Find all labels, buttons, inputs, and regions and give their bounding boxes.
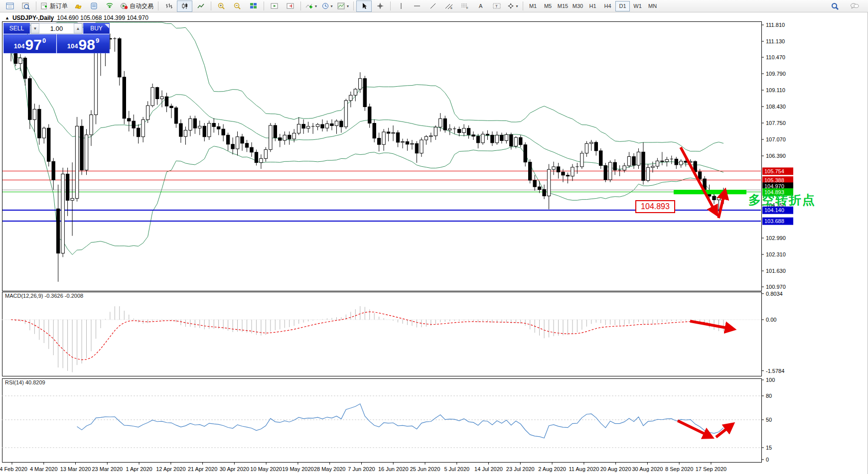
timeframe-button-M1[interactable]: M1 <box>526 1 540 11</box>
x-axis-label: 16 Jun 2020 <box>378 466 409 472</box>
timeframe-button-M5[interactable]: M5 <box>541 1 555 11</box>
timeframe-button-H1[interactable]: H1 <box>585 1 600 11</box>
y-axis-label: 108.430 <box>766 104 786 110</box>
x-axis-label: 28 May 2020 <box>314 466 346 472</box>
chart-profiles-icon[interactable] <box>18 0 33 12</box>
y-axis-label: 101.630 <box>766 268 786 274</box>
autotrading-label: 自动交易 <box>130 2 153 10</box>
y-axis-label: 102.990 <box>766 235 786 241</box>
sell-price-tile[interactable]: 104970 <box>3 34 56 53</box>
timeframe-button-D1[interactable]: D1 <box>615 1 630 11</box>
x-axis-label: 17 Sep 2020 <box>696 466 726 472</box>
new-chart-icon[interactable] <box>2 0 17 12</box>
main-pane <box>2 22 761 282</box>
volume-increase-button[interactable]: ▲ <box>74 23 82 33</box>
x-axis-label: 20 Aug 2020 <box>600 466 631 472</box>
vertical-line-icon[interactable] <box>393 0 409 12</box>
pane-border <box>2 292 761 376</box>
periods-icon[interactable]: ▾ <box>319 0 335 12</box>
x-axis-label: 23 Mar 2020 <box>92 466 123 472</box>
price-badge-label: 105.754 <box>764 168 784 174</box>
x-axis-label: 13 Mar 2020 <box>60 466 91 472</box>
candles <box>9 33 725 281</box>
x-axis-label: 21 Apr 2020 <box>188 466 217 472</box>
timeframe-button-W1[interactable]: W1 <box>630 1 645 11</box>
svg-text:E: E <box>450 6 452 9</box>
candlestick-chart-icon[interactable] <box>177 0 192 12</box>
tile-windows-icon[interactable] <box>246 0 261 12</box>
turning-point-annotation: 多空转折点 <box>748 192 816 208</box>
zoom-in-icon[interactable] <box>214 0 229 12</box>
gold-icon[interactable] <box>70 0 86 12</box>
text-label-icon[interactable]: T <box>489 0 504 12</box>
rsi-axis-label: 15 <box>766 445 772 451</box>
horizontal-line-icon[interactable] <box>409 0 425 12</box>
y-axis-label: 111.130 <box>766 38 785 44</box>
price-annotation-label: 104.893 <box>635 200 675 213</box>
y-axis-label: 107.750 <box>766 120 786 126</box>
x-axis-label: 23 Jul 2020 <box>506 466 535 472</box>
trendline-icon[interactable] <box>425 0 440 12</box>
ohlc-values: 104.690 105.068 104.399 104.970 <box>57 14 148 21</box>
timeframe-button-H4[interactable]: H4 <box>600 1 615 11</box>
mt4-window: { "toolbar": { "new_order_label": "新订单",… <box>0 0 868 474</box>
autotrading-button[interactable]: 自动交易 <box>118 0 155 12</box>
timeframe-button-M30[interactable]: M30 <box>571 1 585 11</box>
volume-decrease-button[interactable]: ▼ <box>31 23 39 33</box>
macd-signal-line <box>11 312 723 359</box>
sell-price-sup: 0 <box>42 37 46 44</box>
buy-price-tile[interactable]: 104989 <box>57 34 110 53</box>
price-badge-label: 103.688 <box>764 218 784 224</box>
bar-chart-icon[interactable] <box>161 0 176 12</box>
chart-window: 111.810111.130110.470109.790109.110108.4… <box>0 12 868 474</box>
channel-icon[interactable]: E <box>441 0 456 12</box>
template-icon[interactable]: ▾ <box>335 0 351 12</box>
timeframe-button-MN[interactable]: MN <box>645 1 660 11</box>
chart-shift-icon[interactable] <box>283 0 298 12</box>
y-axis-label: 109.790 <box>766 71 786 77</box>
document-icon[interactable] <box>86 0 102 12</box>
crosshair-icon[interactable] <box>372 0 388 12</box>
price-badge-label: 104.140 <box>764 207 784 213</box>
x-axis-label: 7 Jun 2020 <box>348 466 375 472</box>
panel-collapse-toggle[interactable] <box>105 24 109 28</box>
buy-price-sup: 9 <box>96 37 99 44</box>
zoom-out-icon[interactable] <box>230 0 245 12</box>
text-icon[interactable]: A <box>473 0 488 12</box>
macd-label: MACD(12,26,9) -0.3626 -0.2008 <box>5 293 83 299</box>
volume-spinbox: ▼ ▲ <box>30 23 83 34</box>
arrows-icon[interactable]: ▾ <box>505 0 520 12</box>
new-order-button[interactable]: 新订单 <box>39 0 70 12</box>
volume-input[interactable] <box>39 24 74 33</box>
y-axis-label: 100.970 <box>766 284 786 290</box>
time-axis: 24 Feb 20204 Mar 202013 Mar 202023 Mar 2… <box>0 462 726 472</box>
price-axis: 111.810111.130110.470109.790109.110108.4… <box>761 22 793 463</box>
trend-arrow <box>716 424 732 437</box>
rsi-axis-label: 50 <box>766 417 772 423</box>
chat-icon[interactable] <box>847 0 862 12</box>
y-axis-label: 102.310 <box>766 251 786 257</box>
x-axis-label: 14 Jul 2020 <box>474 466 503 472</box>
line-chart-icon[interactable] <box>193 0 208 12</box>
auto-scroll-icon[interactable] <box>267 0 282 12</box>
fibonacci-icon[interactable]: F <box>457 0 472 12</box>
support-band <box>674 190 746 194</box>
sell-price-prefix: 104 <box>14 42 25 50</box>
new-order-label: 新订单 <box>50 2 68 10</box>
buy-price-big: 98 <box>79 38 95 51</box>
x-axis-label: 10 May 2020 <box>250 466 282 472</box>
timeframe-button-M15[interactable]: M15 <box>556 1 570 11</box>
x-axis-label: 8 Sep 2020 <box>665 466 693 472</box>
sell-button[interactable]: SELL <box>3 23 30 34</box>
macd-axis-label: 0.8034 <box>766 291 783 297</box>
y-axis-label: 107.070 <box>766 136 786 142</box>
trend-arrow <box>690 321 733 329</box>
chart-canvas[interactable]: 111.810111.130110.470109.790109.110108.4… <box>0 12 868 474</box>
indicators-icon[interactable]: ▾ <box>303 0 319 12</box>
trend-arrow <box>681 147 717 214</box>
search-icon[interactable] <box>827 0 843 12</box>
cursor-icon[interactable] <box>356 0 372 12</box>
timeframe-group: M1M5M15M30H1H4D1W1MN <box>526 1 660 11</box>
signal-icon[interactable] <box>102 0 118 12</box>
rsi-axis-label: 80 <box>766 393 772 399</box>
